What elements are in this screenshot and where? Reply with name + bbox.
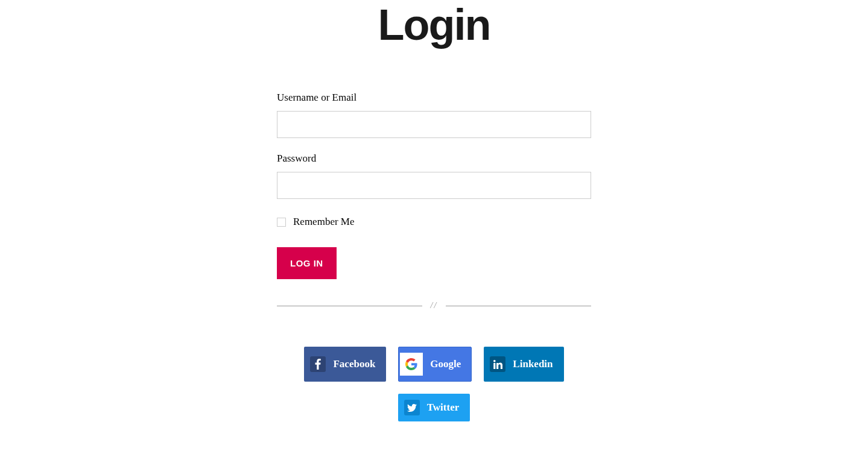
- twitter-icon: [404, 400, 420, 415]
- username-input[interactable]: [277, 111, 591, 138]
- facebook-icon: [310, 356, 326, 372]
- login-form: Username or Email Password Remember Me L…: [277, 92, 591, 421]
- twitter-label: Twitter: [427, 402, 460, 414]
- username-label: Username or Email: [277, 92, 591, 104]
- divider-line-left: [277, 306, 422, 306]
- google-label: Google: [430, 358, 461, 370]
- linkedin-button[interactable]: Linkedin: [484, 347, 563, 382]
- password-label: Password: [277, 153, 591, 165]
- password-input[interactable]: [277, 172, 591, 199]
- facebook-label: Facebook: [333, 358, 375, 370]
- linkedin-label: Linkedin: [513, 358, 553, 370]
- divider: //: [277, 301, 591, 311]
- google-button[interactable]: Google: [398, 347, 472, 382]
- twitter-button[interactable]: Twitter: [398, 394, 470, 421]
- login-button[interactable]: LOG IN: [277, 247, 337, 279]
- facebook-button[interactable]: Facebook: [304, 347, 386, 382]
- divider-text: //: [422, 301, 446, 311]
- remember-label: Remember Me: [293, 216, 355, 228]
- social-buttons: Facebook Google: [277, 347, 591, 421]
- page-title: Login: [153, 0, 715, 49]
- remember-checkbox[interactable]: [277, 218, 286, 227]
- divider-line-right: [446, 306, 591, 306]
- linkedin-icon: [490, 356, 505, 372]
- google-icon: [400, 353, 423, 376]
